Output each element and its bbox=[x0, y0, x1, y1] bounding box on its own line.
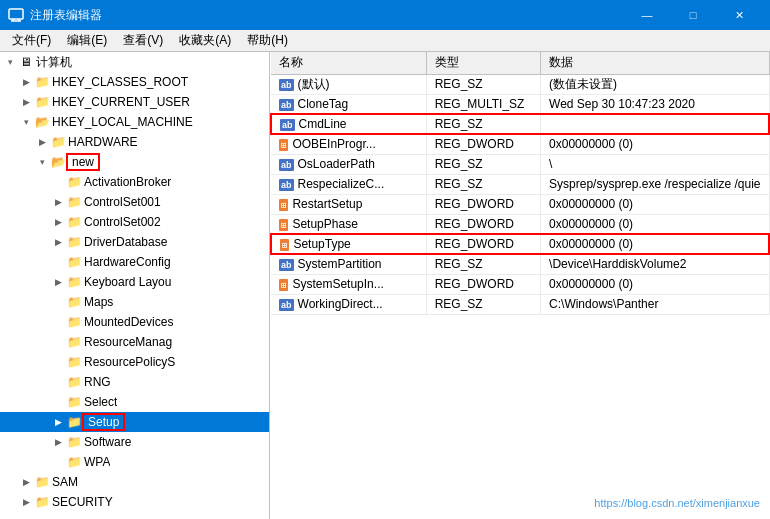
table-row[interactable]: abCmdLineREG_SZ bbox=[271, 114, 769, 134]
tree-item-mounteddevices[interactable]: ▶ 📁 MountedDevices bbox=[0, 312, 269, 332]
reg-type-cell: REG_SZ bbox=[426, 294, 540, 314]
tree-item-activationbroker[interactable]: ▶ 📁 ActivationBroker bbox=[0, 172, 269, 192]
reg-type-cell: REG_SZ bbox=[426, 254, 540, 274]
reg-name-cell: ab(默认) bbox=[271, 74, 426, 94]
tree-label: SECURITY bbox=[50, 495, 113, 509]
tree-label: HARDWARE bbox=[66, 135, 138, 149]
registry-tree[interactable]: ▾ 🖥 计算机 ▶ 📁 HKEY_CLASSES_ROOT ▶ 📁 HKEY_C… bbox=[0, 52, 270, 519]
reg-name-cell: ⊞SetupPhase bbox=[271, 214, 426, 234]
folder-open-icon: 📂 bbox=[34, 114, 50, 130]
tree-label: HKEY_CLASSES_ROOT bbox=[50, 75, 188, 89]
tree-label: Software bbox=[82, 435, 131, 449]
table-row[interactable]: abCloneTagREG_MULTI_SZWed Sep 30 10:47:2… bbox=[271, 94, 769, 114]
table-row[interactable]: ab(默认)REG_SZ(数值未设置) bbox=[271, 74, 769, 94]
reg-name: SetupPhase bbox=[292, 217, 357, 231]
menu-edit[interactable]: 编辑(E) bbox=[59, 30, 115, 51]
computer-icon: 🖥 bbox=[18, 54, 34, 70]
reg-data-cell: (数值未设置) bbox=[541, 74, 769, 94]
tree-item-hardwareconfig[interactable]: ▶ 📁 HardwareConfig bbox=[0, 252, 269, 272]
reg-type-cell: REG_DWORD bbox=[426, 134, 540, 154]
table-row[interactable]: abRespecializeC...REG_SZSysprep/sysprep.… bbox=[271, 174, 769, 194]
table-row[interactable]: abOsLoaderPathREG_SZ\ bbox=[271, 154, 769, 174]
title-bar: 注册表编辑器 — □ ✕ bbox=[0, 0, 770, 30]
reg-sz-icon: ab bbox=[280, 119, 295, 131]
reg-data-cell: 0x00000000 (0) bbox=[541, 274, 769, 294]
menu-file[interactable]: 文件(F) bbox=[4, 30, 59, 51]
tree-item-select[interactable]: ▶ 📁 Select bbox=[0, 392, 269, 412]
tree-item-wpa[interactable]: ▶ 📁 WPA bbox=[0, 452, 269, 472]
reg-name-cell: abSystemPartition bbox=[271, 254, 426, 274]
expand-icon: ▶ bbox=[50, 254, 66, 270]
registry-table: 名称 类型 数据 ab(默认)REG_SZ(数值未设置)abCloneTagRE… bbox=[270, 52, 770, 315]
folder-icon: 📁 bbox=[66, 394, 82, 410]
tree-item-resourcepolicys[interactable]: ▶ 📁 ResourcePolicyS bbox=[0, 352, 269, 372]
reg-dword-icon: ⊞ bbox=[279, 219, 288, 231]
reg-name-cell: ⊞RestartSetup bbox=[271, 194, 426, 214]
tree-label: ResourceManag bbox=[82, 335, 172, 349]
menu-help[interactable]: 帮助(H) bbox=[239, 30, 296, 51]
close-button[interactable]: ✕ bbox=[716, 0, 762, 30]
reg-sz-icon: ab bbox=[279, 159, 294, 171]
tree-item-maps[interactable]: ▶ 📁 Maps bbox=[0, 292, 269, 312]
folder-icon: 📁 bbox=[50, 134, 66, 150]
menu-view[interactable]: 查看(V) bbox=[115, 30, 171, 51]
reg-name-cell: ⊞SetupType bbox=[271, 234, 426, 254]
tree-item-security[interactable]: ▶ 📁 SECURITY bbox=[0, 492, 269, 512]
tree-item-resourcemanag[interactable]: ▶ 📁 ResourceManag bbox=[0, 332, 269, 352]
menu-favorites[interactable]: 收藏夹(A) bbox=[171, 30, 239, 51]
folder-icon: 📁 bbox=[66, 454, 82, 470]
table-row[interactable]: ⊞RestartSetupREG_DWORD0x00000000 (0) bbox=[271, 194, 769, 214]
maximize-button[interactable]: □ bbox=[670, 0, 716, 30]
minimize-button[interactable]: — bbox=[624, 0, 670, 30]
reg-name-cell: abRespecializeC... bbox=[271, 174, 426, 194]
tree-item-computer[interactable]: ▾ 🖥 计算机 bbox=[0, 52, 269, 72]
tree-item-controlset001[interactable]: ▶ 📁 ControlSet001 bbox=[0, 192, 269, 212]
table-row[interactable]: abWorkingDirect...REG_SZC:\Windows\Panth… bbox=[271, 294, 769, 314]
folder-icon: 📁 bbox=[66, 294, 82, 310]
expand-icon: ▾ bbox=[18, 114, 34, 130]
reg-name: SystemPartition bbox=[298, 257, 382, 271]
table-row[interactable]: ⊞OOBEInProgr...REG_DWORD0x00000000 (0) bbox=[271, 134, 769, 154]
table-row[interactable]: ⊞SetupPhaseREG_DWORD0x00000000 (0) bbox=[271, 214, 769, 234]
tree-item-new[interactable]: ▾ 📂 new bbox=[0, 152, 269, 172]
folder-icon: 📁 bbox=[66, 234, 82, 250]
expand-icon: ▶ bbox=[34, 134, 50, 150]
tree-label: Keyboard Layou bbox=[82, 275, 171, 289]
tree-item-sam[interactable]: ▶ 📁 SAM bbox=[0, 472, 269, 492]
reg-name-cell: abWorkingDirect... bbox=[271, 294, 426, 314]
tree-item-hklm[interactable]: ▾ 📂 HKEY_LOCAL_MACHINE bbox=[0, 112, 269, 132]
tree-label: 计算机 bbox=[34, 54, 72, 71]
reg-name: SetupType bbox=[293, 237, 350, 251]
reg-type-cell: REG_SZ bbox=[426, 154, 540, 174]
expand-icon: ▶ bbox=[50, 414, 66, 430]
expand-icon: ▶ bbox=[50, 454, 66, 470]
tree-item-setup[interactable]: ▶ 📁 Setup bbox=[0, 412, 269, 432]
reg-multi-sz-icon: ab bbox=[279, 99, 294, 111]
reg-name: OsLoaderPath bbox=[298, 157, 375, 171]
reg-dword-icon: ⊞ bbox=[280, 239, 289, 251]
reg-sz-icon: ab bbox=[279, 179, 294, 191]
tree-label: ControlSet002 bbox=[82, 215, 161, 229]
tree-item-hardware[interactable]: ▶ 📁 HARDWARE bbox=[0, 132, 269, 152]
tree-item-driverdatabase[interactable]: ▶ 📁 DriverDatabase bbox=[0, 232, 269, 252]
tree-item-keyboardlayout[interactable]: ▶ 📁 Keyboard Layou bbox=[0, 272, 269, 292]
expand-icon: ▶ bbox=[50, 334, 66, 350]
tree-item-controlset002[interactable]: ▶ 📁 ControlSet002 bbox=[0, 212, 269, 232]
expand-icon: ▶ bbox=[50, 194, 66, 210]
tree-item-hkcr[interactable]: ▶ 📁 HKEY_CLASSES_ROOT bbox=[0, 72, 269, 92]
reg-data-cell: 0x00000000 (0) bbox=[541, 134, 769, 154]
tree-item-hkcu[interactable]: ▶ 📁 HKEY_CURRENT_USER bbox=[0, 92, 269, 112]
reg-data-cell: 0x00000000 (0) bbox=[541, 234, 769, 254]
folder-icon: 📁 bbox=[66, 194, 82, 210]
table-row[interactable]: abSystemPartitionREG_SZ\Device\HarddiskV… bbox=[271, 254, 769, 274]
table-row[interactable]: ⊞SystemSetupIn...REG_DWORD0x00000000 (0) bbox=[271, 274, 769, 294]
table-row[interactable]: ⊞SetupTypeREG_DWORD0x00000000 (0) bbox=[271, 234, 769, 254]
tree-label: WPA bbox=[82, 455, 110, 469]
tree-item-software[interactable]: ▶ 📁 Software bbox=[0, 432, 269, 452]
tree-label: DriverDatabase bbox=[82, 235, 167, 249]
reg-dword-icon: ⊞ bbox=[279, 139, 288, 151]
folder-icon: 📁 bbox=[34, 474, 50, 490]
reg-type-cell: REG_DWORD bbox=[426, 194, 540, 214]
tree-item-rng[interactable]: ▶ 📁 RNG bbox=[0, 372, 269, 392]
tree-label: ControlSet001 bbox=[82, 195, 161, 209]
